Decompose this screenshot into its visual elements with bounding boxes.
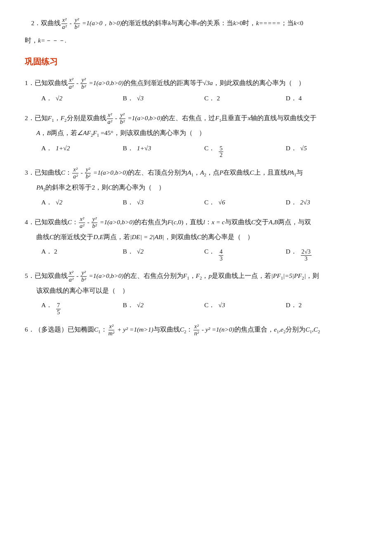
option-1B: B． √3: [123, 92, 205, 104]
option-1A: A． √2: [41, 92, 123, 104]
section-title: 巩固练习: [25, 54, 367, 69]
problem-1-options: A． √2 B． √3 C． 2 D． 4: [41, 92, 367, 104]
option-4C: C． 43: [204, 246, 286, 262]
page-container: 2．双曲线x²a² - y²b² =1(a>0，b>0)的渐近线的斜率k与离心率…: [25, 17, 367, 337]
problem-5: 5．已知双曲线x²a² - y²b² =1(a>0,b>0)的左、右焦点分别为F…: [25, 269, 367, 315]
problem-3-text: 3．已知曲线C：x²a² - y²b² =1(a>0,b>0)的左、右顶点分别为…: [25, 166, 367, 180]
problem-5-text-cont: 该双曲线的离心率可以是（ ）: [36, 284, 367, 297]
option-2A: A． 1+√2: [41, 142, 123, 154]
problem-2-options: A． 1+√2 B． 1+√3 C． 52 D． √5: [41, 142, 367, 159]
option-1D: D． 4: [286, 92, 368, 104]
option-5B: B． √2: [123, 299, 205, 311]
problem-6-text: 6．（多选题）已知椭圆C1：x²m² + y² =1(m>1)与双曲线C2：x²…: [25, 323, 367, 337]
problem-5-options: A． 75 B． √2 C． √3 D． 2: [41, 299, 367, 315]
intro-text-2: 时，k=－－－.: [25, 34, 367, 47]
option-2D: D． √5: [286, 142, 368, 154]
problem-2: 2．已知F1，F2分别是双曲线x²a² - y²b² =1(a>0,b>0)的左…: [25, 111, 367, 159]
option-4A: A． 2: [41, 246, 123, 257]
option-3B: B． √3: [123, 197, 205, 208]
option-2C: C． 52: [204, 142, 286, 159]
option-4B: B． √2: [123, 246, 205, 257]
problem-6: 6．（多选题）已知椭圆C1：x²m² + y² =1(m>1)与双曲线C2：x²…: [25, 323, 367, 337]
problem-1: 1．已知双曲线x²a² - y²b² =1(a>0,b>0)的焦点到渐近线的距离…: [25, 76, 367, 104]
problem-4: 4．已知双曲线C：x²a² - y²b² =1(a>0,b>0)的右焦点为F(c…: [25, 216, 367, 262]
option-5C: C． √3: [204, 299, 286, 311]
problem-2-text-cont: A，B两点，若∠AF2F1 =45°，则该双曲线的离心率为（ ）: [36, 126, 367, 140]
option-3C: C． √6: [204, 197, 286, 208]
problem-4-options: A． 2 B． √2 C． 43 D． 2√33: [41, 246, 367, 262]
option-5A: A． 75: [41, 299, 123, 315]
option-1C: C． 2: [204, 92, 286, 104]
option-5D: D． 2: [286, 299, 368, 311]
problem-3-text-cont: PA2的斜率之积等于2，则C的离心率为（ ）: [36, 181, 367, 194]
option-3D: D． 2√3: [286, 197, 368, 208]
problem-3-options: A． √2 B． √3 C． √6 D． 2√3: [41, 197, 367, 208]
problem-3: 3．已知曲线C：x²a² - y²b² =1(a>0,b>0)的左、右顶点分别为…: [25, 166, 367, 208]
option-3A: A． √2: [41, 197, 123, 208]
problem-2-text: 2．已知F1，F2分别是双曲线x²a² - y²b² =1(a>0,b>0)的左…: [25, 111, 367, 126]
problem-4-text-cont1: 曲线C的渐近线交于D,E两点，若|DE| = 2|AB|，则双曲线C的离心率是（…: [36, 230, 367, 243]
intro-text: 2．双曲线x²a² - y²b² =1(a>0，b>0)的渐近线的斜率k与离心率…: [25, 17, 367, 31]
problem-1-text: 1．已知双曲线x²a² - y²b² =1(a>0,b>0)的焦点到渐近线的距离…: [25, 76, 367, 90]
option-2B: B． 1+√3: [123, 142, 205, 154]
option-4D: D． 2√33: [286, 246, 368, 262]
problem-4-text: 4．已知双曲线C：x²a² - y²b² =1(a>0,b>0)的右焦点为F(c…: [25, 216, 367, 230]
problem-5-text: 5．已知双曲线x²a² - y²b² =1(a>0,b>0)的左、右焦点分别为F…: [25, 269, 367, 283]
